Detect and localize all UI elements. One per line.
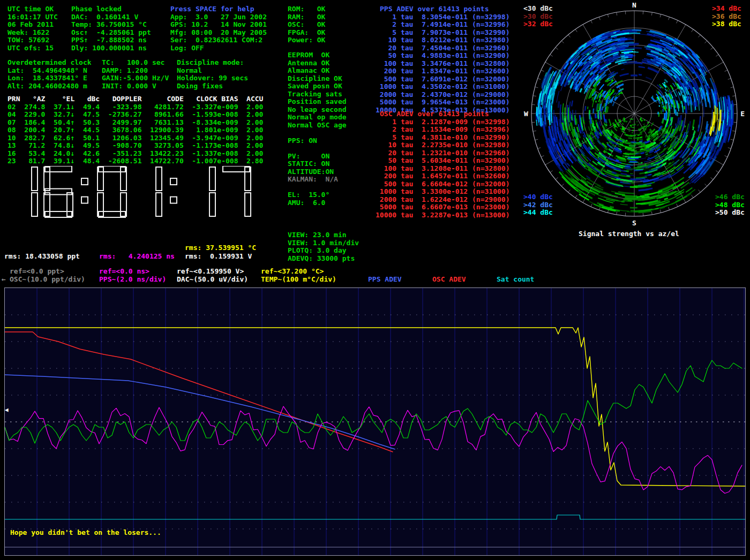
pps-adev-row: 10 tau 8.0212e-011 (n=32980) [376,36,509,44]
sat-table-row: 07 186.4 50.4↑ 50.3 2499.97 7631.13 -8.3… [8,119,263,127]
loop-param-line: GAIN:-5.000 Hz/V [102,74,169,82]
receiver-status-line: EL: 15.0° [288,191,347,199]
osc-ref-label: ref=<0.0 ppt> [10,268,64,276]
version-line: Mfg: 08:00 20 May 2005 [170,29,267,37]
oscillator-title: Phase locked [71,5,151,13]
utc-time-title: UTC time OK [8,5,58,13]
discipline-line: Doing fixes [177,82,248,90]
receiver-status-line [288,184,347,192]
version-help-block: Press SPACE for helpApp: 3.0 27 Jun 2002… [170,5,267,52]
receiver-status-line: Antenna OK [288,59,347,67]
osc-scale-label: OSC~(10.0 ppt/div) [10,276,85,284]
receiver-status-line: PPS: ON [288,137,347,145]
plot-message: Hope you didn't bet on the losers... [10,529,161,537]
plot-area[interactable]: ◀ Hope you didn't bet on the losers... [4,287,746,556]
sat-table-row: 16 53.4 24.0↓ 42.6 -351.23 13422.23 -1.3… [8,150,263,158]
osc-adev-label: OSC ADEV [432,276,466,284]
pps-adev-row: 100 tau 3.3476e-011 (n=32800) [376,60,509,68]
receiver-status-line: KALMAN: N/A [288,176,347,184]
lady-heather-screen: UTC time OK16:01:17 UTC06 Feb 2011Week: … [0,0,750,560]
utc-time-line: Week: 1622 [8,29,58,37]
utc-time-block: UTC time OK16:01:17 UTC06 Feb 2011Week: … [8,5,58,52]
osc-adev-row: 2 tau 1.1534e-009 (n=32996) [376,126,509,134]
dac-scale-label: DAC~(50.0 uV/div) [177,276,248,284]
position-line: Alt: 204.46002480 m [8,82,92,90]
pps-adev-table: PPS ADEV over 61413 points 1 tau 8.3054e… [376,5,509,114]
pps-adev-row: 200 tau 1.8347e-011 (n=32600) [376,67,509,75]
temp-ref-label: ref~<37.200 °C> [261,268,324,276]
pps-adev-row: 20 tau 7.4504e-011 (n=32960) [376,44,509,52]
osc-adev-row: 5000 tau 6.6607e-013 (n=23000) [376,203,509,211]
pps-scale-label: PPS~(2.0 ns/div) [99,276,166,284]
selftest-line: FPGA: OK [288,29,325,37]
view-setting-line: VIEW: 23.0 min [288,231,359,239]
receiver-status-line: Almanac OK [288,67,347,75]
polar-caption: Signal strength vs az/el [579,230,679,238]
satellite-table: PRN °AZ °EL dBc DOPPLER CODE CLOCK BIAS … [8,95,263,165]
temp-scale-label: TEMP~(100 m°C/div) [261,276,336,284]
rms-dac: rms: 0.159931 V [185,253,252,261]
osc-adev-row: 10000 tau 3.2287e-013 (n=13000) [376,211,509,220]
view-setting-line: PLOTQ: 3.0 day [288,247,359,255]
plot-traces [5,288,745,555]
rms-pps: rms: 4.240125 ns [99,253,175,261]
pps-adev-row: 5 tau 7.9073e-011 (n=32990) [376,29,509,37]
utc-time-line: 16:01:17 UTC [8,13,58,21]
oscillator-block: Phase lockedDAC: 0.160141 VTemp: 36.7500… [71,5,151,52]
position-line: Lon: 18.4337841° E [8,74,92,82]
osc-adev-row: 100 tau 3.1208e-011 (n=32800) [376,165,509,173]
pps-adev-row: 50 tau 4.9883e-011 (n=32900) [376,52,509,60]
position-line: Lat: 54.4964948° N [8,67,92,75]
discipline-line: Normal [177,67,248,75]
receiver-status-line: No leap second [288,106,347,114]
version-line: Log: OFF [170,44,267,52]
trace-sat-count [5,515,745,519]
version-line: App: 3.0 27 Jun 2002 [170,13,267,21]
discipline-block: Discipline mode:NormalHoldover: 99 secsD… [177,59,248,90]
loop-param-line: INIT: 0.000 V [102,82,169,90]
selftest-line: RAM: OK [288,13,325,21]
pps-adev-row: 500 tau 7.6091e-012 (n=32000) [376,75,509,84]
pps-adev-row: 5000 tau 9.9654e-013 (n=23000) [376,99,509,107]
view-setting-line: ADEVQ: 33000 pts [288,255,359,263]
receiver-status-line: ALTITUDE:ON [288,168,347,176]
selftest-line: ROM: OK [288,5,325,13]
receiver-status-line: AMU: 6.0 [288,199,347,207]
sat-table-row: 04 229.0 32.7↓ 47.5 -2736.27 8961.66 -1.… [8,111,263,119]
osc-adev-row: 200 tau 1.6457e-011 (n=32600) [376,172,509,180]
receiver-status-line: STATIC: ON [288,160,347,168]
utc-time-line: UTC ofs: 15 [8,44,58,52]
sat-table-row: 08 200.4 20.7↑ 44.5 3678.06 12900.39 1.8… [8,126,263,134]
oscillator-line: Osc↑ -4.285061 ppt [71,29,151,37]
pps-adev-label: PPS ADEV [368,276,402,284]
sat-table-row: 02 274.8 37.1↓ 49.4 -323.98 4281.72 -3.3… [8,103,263,111]
trace-pps-adev [5,375,395,449]
utc-time-line: TOW: 57692 [8,36,58,44]
dac-ref-label: ref~<0.159950 V> [177,268,244,276]
utc-time-line: 06 Feb 2011 [8,21,58,29]
pps-adev-row: 2000 tau 2.4370e-012 (n=29000) [376,91,509,99]
receiver-status-line: Normal op mode [288,113,347,122]
osc-adev-row: 1 tau 2.1287e-009 (n=32998) [376,118,509,126]
pps-adev-row: 1000 tau 4.3502e-012 (n=31000) [376,83,509,91]
selftest-line: Power: OK [288,36,325,44]
oscillator-line: Temp: 36.750015 °C [71,21,151,29]
pps-adev-row: 1 tau 8.3054e-011 (n=32998) [376,13,509,21]
receiver-status-line [288,129,347,137]
receiver-status-line: Normal OSC age [288,122,347,130]
sat-table-row: 23 81.7 39.1↓ 48.4 -2608.51 14722.70 -1.… [8,157,263,165]
osc-adev-row: 500 tau 6.6604e-012 (n=32000) [376,180,509,188]
pps-adev-row: 2 tau 7.4914e-011 (n=32996) [376,21,509,29]
position-title: Overdetermined clock [8,59,92,67]
sat-count-label: Sat count [497,276,534,284]
plot-center-marker: ◀ [5,407,9,413]
oscillator-line: DAC: 0.160141 V [71,13,151,21]
sat-table-row: 10 282.7 62.6↑ 50.1 1206.03 12345.49 -3.… [8,134,263,142]
osc-adev-row: 50 tau 5.6034e-011 (n=32900) [376,157,509,165]
oscillator-line: Dly: 100.000001 ns [71,44,151,52]
trace-pps [5,406,742,494]
selftest-block: ROM: OKRAM: OKOSC: OKFPGA: OKPower: OK [288,5,325,44]
receiver-status-line: PV: ON [288,153,347,161]
version-title: Press SPACE for help [170,5,267,13]
discipline-line: Discipline mode: [177,59,248,67]
